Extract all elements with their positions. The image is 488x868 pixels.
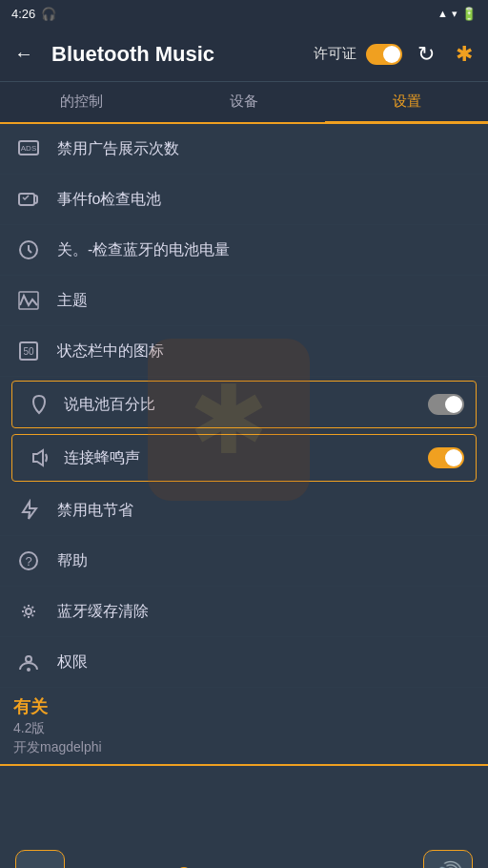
svg-point-11 [28,669,30,671]
signal-icon: ▲ [437,8,448,19]
setting-power-save[interactable]: 禁用电节省 [0,486,488,536]
setting-power-save-label: 禁用电节省 [57,501,475,521]
status-left: 4:26 🎧 [11,7,56,21]
license-label: 许可证 [314,45,356,63]
refresh-button[interactable]: ↻ [412,40,440,69]
toggle-battery-percent-label: 说电池百分比 [64,395,428,415]
tab-controls[interactable]: 的控制 [0,82,163,124]
setting-permissions[interactable]: 权限 [0,637,488,688]
volume-button[interactable]: 🔊 [423,850,473,868]
setting-check-bt-battery[interactable]: 关。-检查蓝牙的电池电量 [0,225,488,276]
page-title: Bluetooth Music [51,42,306,67]
battery-icon: 🔋 [461,7,477,21]
svg-text:50: 50 [23,346,34,357]
svg-point-10 [26,656,31,662]
bt-cache-icon [13,596,44,627]
battery-percent-toggle[interactable] [428,394,464,415]
setting-event-battery-label: 事件fo检查电池 [57,190,475,210]
back-button[interactable]: ← [10,40,38,69]
toggle-connect-beep[interactable]: 连接蜂鸣声 [11,434,477,482]
power-save-icon [13,495,44,526]
setting-statusbar-icon[interactable]: 50 状态栏中的图标 [0,326,488,377]
toggle-battery-percent[interactable]: 说电池百分比 [11,381,477,428]
help-icon: ? [13,546,44,576]
svg-rect-2 [19,194,34,205]
setting-bt-cache[interactable]: 蓝牙缓存清除 [0,587,488,637]
setting-theme-label: 主题 [57,291,475,311]
setting-event-battery[interactable]: 事件fo检查电池 [0,175,488,225]
svg-text:ADS: ADS [21,144,36,153]
svg-point-9 [26,609,31,614]
music-slider-row: ♪ 🔊 [15,850,473,868]
permissions-icon [13,647,44,677]
setting-bt-cache-label: 蓝牙缓存清除 [57,602,475,622]
check-bt-battery-icon [13,235,44,265]
about-version: 4.2版 [13,720,475,737]
connect-beep-toggle[interactable] [428,447,464,468]
volume-icon: 🔊 [433,860,463,869]
tab-settings[interactable]: 设置 [325,82,488,124]
setting-help-label: 帮助 [57,551,475,571]
time: 4:26 [11,7,35,21]
music-note-icon: ♪ [33,859,47,868]
battery-percent-icon [24,389,54,420]
about-developer: 开发magdelphi [13,739,475,756]
music-icon-button[interactable]: ♪ [15,850,65,868]
setting-help[interactable]: ? 帮助 [0,536,488,587]
bluetooth-header-icon[interactable]: ✱ [450,40,478,69]
toggle-connect-beep-label: 连接蜂鸣声 [64,448,428,468]
setting-statusbar-label: 状态栏中的图标 [57,341,475,362]
statusbar-icon: 50 [13,336,44,366]
setting-ads-label: 禁用广告展示次数 [57,139,475,159]
status-right: ▲ ▾ 🔋 [437,7,477,21]
headphone-icon: 🎧 [41,7,56,21]
about-title: 有关 [13,695,475,718]
license-toggle[interactable] [366,44,402,65]
event-battery-icon [13,184,44,215]
top-bar-actions: 许可证 ↻ ✱ [314,40,478,69]
setting-ads[interactable]: ADS 禁用广告展示次数 [0,124,488,175]
settings-list: ADS 禁用广告展示次数 事件fo检查电池 关。-检查蓝牙的电池电量 主题 50… [0,124,488,764]
setting-check-bt-battery-label: 关。-检查蓝牙的电池电量 [57,240,475,260]
bottom-panel: ♪ 🔊 ✱ ? [0,766,488,868]
tab-bar: 的控制 设备 设置 [0,82,488,124]
setting-theme[interactable]: 主题 [0,276,488,326]
connect-beep-icon [24,443,54,473]
svg-text:?: ? [25,554,31,568]
status-bar: 4:26 🎧 ▲ ▾ 🔋 [0,0,488,27]
tab-devices[interactable]: 设备 [163,82,326,124]
wifi-icon: ▾ [452,8,458,20]
about-section: 有关 4.2版 开发magdelphi [0,688,488,764]
top-bar: ← Bluetooth Music 许可证 ↻ ✱ [0,27,488,82]
theme-icon [13,285,44,316]
ads-icon: ADS [13,134,44,164]
setting-permissions-label: 权限 [57,652,475,672]
